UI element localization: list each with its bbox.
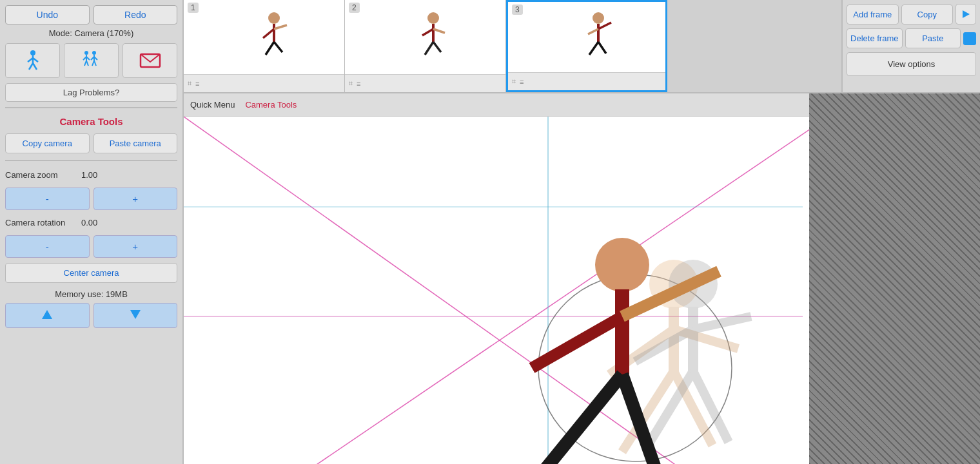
center-right-area: 1 ⌗ ≡ — [184, 0, 980, 464]
svg-point-58 — [595, 238, 649, 292]
svg-point-33 — [593, 12, 604, 24]
svg-line-60 — [532, 316, 622, 368]
letter-icon-btn[interactable] — [122, 43, 177, 78]
center-camera-button[interactable]: Center camera — [5, 263, 177, 283]
group-figure-icon — [80, 49, 103, 72]
frame-2-icon2: ≡ — [357, 80, 360, 88]
svg-line-31 — [425, 42, 433, 55]
svg-line-35 — [598, 23, 611, 29]
tool-icon-row — [5, 43, 177, 78]
rotation-minus-button[interactable]: - — [5, 235, 90, 258]
copy-camera-button[interactable]: Copy camera — [5, 133, 90, 153]
camera-zoom-value: 1.00 — [81, 170, 97, 180]
zoom-minus-button[interactable]: - — [5, 188, 90, 210]
stick-figure-icon — [21, 49, 44, 72]
right-texture-area — [809, 93, 980, 464]
undo-redo-row: Undo Redo — [5, 5, 177, 24]
svg-marker-19 — [42, 310, 52, 319]
arrow-down-button[interactable] — [93, 303, 178, 328]
svg-line-32 — [433, 42, 441, 52]
svg-point-6 — [84, 51, 88, 55]
svg-line-5 — [33, 63, 37, 70]
arrow-up-button[interactable] — [5, 303, 90, 328]
frame-3-bottom: ⌗ ≡ — [508, 72, 665, 90]
camera-rotation-row: Camera rotation 0.00 — [5, 218, 177, 227]
arrow-up-icon — [41, 308, 54, 321]
camera-zoom-label: Camera zoom — [5, 170, 76, 180]
svg-marker-20 — [130, 310, 141, 319]
svg-marker-39 — [963, 10, 970, 18]
delete-frame-button[interactable]: Delete frame — [847, 28, 903, 48]
svg-line-4 — [29, 63, 33, 70]
frame-1-icon2: ≡ — [195, 80, 199, 88]
view-options-button[interactable]: View options — [847, 52, 976, 76]
camera-action-row: Copy camera Paste camera — [5, 133, 177, 153]
camera-tools-title: Camera Tools — [5, 116, 177, 127]
right-panel: Add frame Copy Delete frame Paste View o… — [841, 0, 980, 92]
main-canvas-svg[interactable] — [184, 117, 809, 464]
frame-3-number: 3 — [512, 5, 523, 15]
frame-3-icon1: ⌗ — [512, 77, 516, 86]
quick-menu-label: Quick Menu — [190, 100, 235, 110]
play-icon — [961, 10, 970, 19]
undo-button[interactable]: Undo — [5, 5, 90, 24]
top-row: 1 ⌗ ≡ — [184, 0, 980, 93]
frame-strip: 1 ⌗ ≡ — [184, 0, 841, 93]
svg-line-37 — [589, 42, 598, 55]
left-panel: Undo Redo Mode: Camera (170%) — [0, 0, 184, 464]
add-frame-button[interactable]: Add frame — [847, 5, 899, 24]
frame-3-icon2: ≡ — [520, 78, 524, 86]
frame-1-canvas — [184, 0, 344, 74]
frame-2[interactable]: 2 ⌗ ≡ — [345, 0, 506, 92]
svg-line-23 — [263, 29, 274, 38]
frame-2-bottom: ⌗ ≡ — [345, 74, 505, 92]
mode-label: Mode: Camera (170%) — [5, 28, 177, 38]
frame-1-number: 1 — [188, 3, 199, 13]
frame-spacer — [667, 0, 841, 92]
paste-camera-button[interactable]: Paste camera — [93, 133, 178, 153]
copy-button[interactable]: Copy — [901, 5, 954, 24]
zoom-controls: - + — [5, 188, 177, 210]
add-copy-row: Add frame Copy — [847, 4, 976, 24]
rotation-plus-button[interactable]: + — [93, 235, 178, 258]
zoom-plus-button[interactable]: + — [93, 188, 178, 210]
camera-rotation-label: Camera rotation — [5, 218, 76, 227]
frame-1-figure — [226, 8, 303, 66]
frame-3-canvas — [508, 2, 665, 72]
svg-line-62 — [538, 374, 622, 464]
frame-3[interactable]: 3 ⌗ ≡ — [506, 0, 667, 92]
paste-button[interactable]: Paste — [905, 28, 961, 48]
svg-line-25 — [266, 42, 274, 55]
frame-2-number: 2 — [349, 3, 360, 13]
arrow-row — [5, 303, 177, 328]
camera-rotation-value: 0.00 — [81, 218, 97, 227]
frame-2-canvas — [345, 0, 505, 74]
svg-line-24 — [274, 25, 287, 29]
play-button[interactable] — [956, 4, 976, 24]
camera-zoom-row: Camera zoom 1.00 — [5, 170, 177, 180]
redo-button[interactable]: Redo — [93, 5, 178, 24]
color-square[interactable] — [963, 32, 976, 45]
memory-label: Memory use: 19MB — [5, 289, 177, 299]
lag-problems-button[interactable]: Lag Problems? — [5, 83, 177, 102]
frame-1[interactable]: 1 ⌗ ≡ — [184, 0, 345, 92]
svg-point-12 — [92, 51, 96, 55]
canvas-area[interactable]: Quick Menu Camera Tools — [184, 93, 809, 464]
frame-3-figure — [548, 8, 625, 66]
camera-tools-menu-item[interactable]: Camera Tools — [245, 100, 297, 110]
group-icon-btn[interactable] — [64, 43, 119, 78]
figure-icon-btn[interactable] — [5, 43, 60, 78]
frame-2-icon1: ⌗ — [349, 79, 353, 88]
svg-line-30 — [433, 29, 445, 33]
svg-line-26 — [274, 42, 282, 52]
delete-paste-row: Delete frame Paste — [847, 28, 976, 48]
svg-line-36 — [588, 29, 598, 34]
divider2 — [5, 160, 177, 161]
bottom-row: Quick Menu Camera Tools — [184, 93, 980, 464]
svg-line-11 — [86, 61, 88, 66]
frame-1-icon1: ⌗ — [188, 79, 191, 88]
quick-menu: Quick Menu Camera Tools — [184, 93, 809, 117]
arrow-down-icon — [129, 308, 142, 321]
svg-point-21 — [268, 12, 280, 24]
svg-line-55 — [693, 316, 751, 329]
